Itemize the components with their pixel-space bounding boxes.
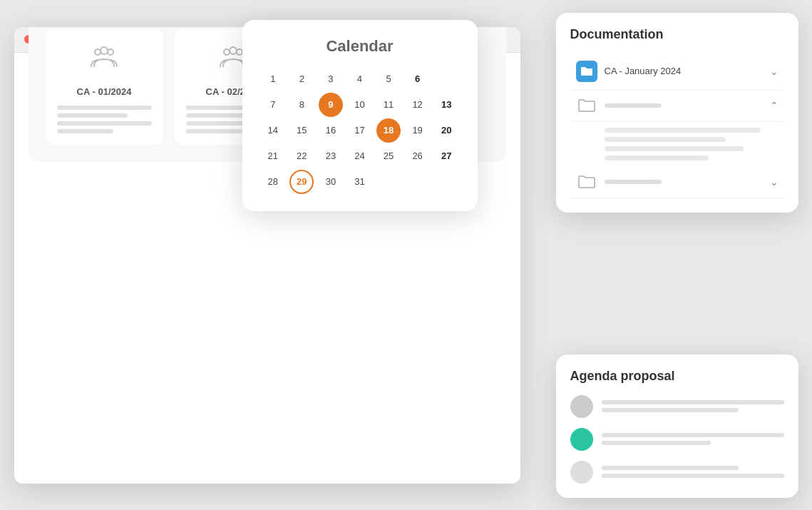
calendar-day[interactable]: 21	[261, 144, 285, 168]
meeting-lines	[57, 106, 152, 133]
agenda-lines	[602, 466, 784, 478]
calendar-day[interactable]: 8	[289, 93, 314, 117]
line-placeholder	[57, 129, 114, 133]
chevron-down-icon: ⌄	[770, 66, 778, 77]
calendar-day[interactable]: 24	[347, 144, 371, 168]
doc-item[interactable]: CA - January 2024 ⌄	[570, 53, 784, 90]
calendar-day[interactable]: 31	[347, 170, 371, 194]
agenda-item	[570, 428, 784, 451]
calendar-day[interactable]: 20	[434, 118, 458, 143]
calendar-day-highlight[interactable]: 18	[376, 118, 401, 143]
calendar-day[interactable]: 5	[376, 67, 401, 91]
agenda-dot-gray	[570, 395, 593, 418]
doc-item[interactable]: ⌃	[570, 90, 784, 122]
agenda-window: Agenda proposal	[556, 355, 798, 498]
line-placeholder	[602, 441, 711, 445]
calendar-day[interactable]: 2	[289, 67, 314, 91]
svg-point-17	[237, 49, 242, 55]
documentation-window: Documentation CA - January 2024 ⌄	[556, 13, 798, 213]
calendar-day[interactable]: 23	[319, 144, 343, 168]
meeting-card-label: CA - 01/2024	[77, 86, 132, 97]
calendar-day[interactable]: 13	[434, 93, 458, 117]
calendar-window: Calendar 1 2 3 4 5 6 7 8 9 10 11 12 13 1…	[242, 20, 478, 211]
calendar-day[interactable]: 1	[261, 67, 285, 91]
documentation-title: Documentation	[570, 27, 784, 42]
calendar-day[interactable]: 15	[289, 118, 314, 143]
calendar-day[interactable]: 10	[347, 93, 371, 117]
calendar-day-today[interactable]: 9	[319, 93, 343, 117]
doc-item-left: CA - January 2024	[576, 61, 682, 82]
agenda-item	[570, 461, 784, 484]
chevron-up-icon: ⌃	[770, 100, 778, 111]
calendar-day[interactable]: 22	[289, 144, 314, 168]
calendar-day[interactable]: 14	[261, 118, 285, 143]
sub-line	[605, 128, 761, 133]
calendar-day[interactable]: 19	[406, 118, 430, 143]
sub-line	[605, 155, 709, 160]
doc-item-left	[576, 97, 662, 114]
agenda-lines	[602, 400, 784, 412]
line-placeholder	[602, 474, 784, 478]
folder-icon-gray	[576, 173, 597, 190]
svg-point-13	[95, 49, 101, 55]
calendar-title: Calendar	[259, 37, 461, 56]
line-placeholder	[57, 113, 128, 118]
line-placeholder	[186, 129, 243, 133]
line-placeholder	[57, 106, 152, 110]
line-placeholder	[602, 433, 784, 437]
calendar-day[interactable]: 27	[434, 144, 458, 168]
calendar-day[interactable]: 25	[376, 144, 401, 168]
doc-sub-content	[570, 122, 784, 166]
meeting-card[interactable]: CA - 01/2024	[46, 29, 163, 145]
agenda-item	[570, 395, 784, 418]
svg-point-15	[230, 47, 237, 54]
line-placeholder	[602, 400, 784, 404]
line-placeholder	[602, 408, 739, 412]
agenda-items-list	[570, 395, 784, 484]
sub-line	[605, 137, 726, 142]
chevron-down-icon: ⌄	[770, 176, 778, 188]
folder-icon-gray	[576, 97, 597, 114]
calendar-day[interactable]: 4	[347, 67, 371, 91]
sub-line	[605, 146, 744, 151]
calendar-day[interactable]: 30	[319, 170, 343, 194]
calendar-day[interactable]: 17	[347, 118, 371, 143]
calendar-day[interactable]: 12	[406, 93, 430, 117]
svg-point-16	[224, 49, 230, 55]
calendar-grid: 1 2 3 4 5 6 7 8 9 10 11 12 13 14 15 16 1…	[259, 67, 461, 194]
calendar-day[interactable]: 26	[406, 144, 430, 168]
svg-point-14	[108, 49, 113, 55]
doc-item[interactable]: ⌄	[570, 166, 784, 198]
calendar-day[interactable]: 6	[406, 67, 430, 91]
agenda-title: Agenda proposal	[570, 369, 784, 384]
agenda-lines	[602, 433, 784, 445]
calendar-day-empty	[433, 67, 457, 91]
calendar-day[interactable]: 3	[319, 67, 343, 91]
calendar-day[interactable]: 11	[376, 93, 401, 117]
calendar-day[interactable]: 7	[261, 93, 285, 117]
svg-point-12	[101, 47, 108, 54]
calendar-day[interactable]: 16	[319, 118, 343, 143]
calendar-day[interactable]: 28	[261, 170, 285, 194]
doc-item-name: CA - January 2024	[605, 66, 682, 76]
agenda-dot-teal	[570, 428, 593, 451]
agenda-dot-lgray	[570, 461, 593, 484]
line-placeholder	[602, 466, 739, 470]
line-placeholder	[57, 121, 152, 126]
meeting-icon	[88, 41, 120, 78]
doc-item-left	[576, 173, 662, 190]
folder-icon-blue	[576, 61, 597, 82]
calendar-day-outline[interactable]: 29	[289, 170, 314, 194]
